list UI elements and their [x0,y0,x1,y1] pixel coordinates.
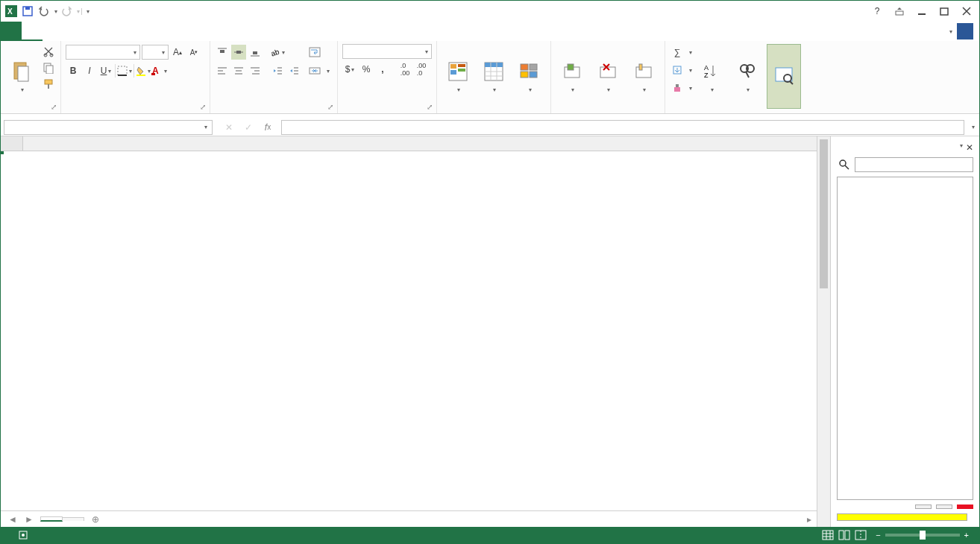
tab-home[interactable] [22,22,43,41]
alignment-launcher-icon[interactable]: ⤢ [325,101,336,112]
vertical-scrollbar[interactable] [817,136,830,527]
decrease-font-icon[interactable]: A▾ [186,45,201,60]
align-top-icon[interactable] [215,45,230,60]
search-icon[interactable] [837,157,852,172]
pane-list[interactable] [837,177,973,500]
rename-button[interactable] [936,505,952,509]
decrease-decimal-icon[interactable]: .00.0 [414,62,429,77]
font-launcher-icon[interactable]: ⤢ [198,101,208,112]
align-center-icon[interactable] [231,63,246,78]
view-normal-icon[interactable] [820,528,835,543]
get-full-version-button[interactable] [837,513,967,521]
format-cells-button[interactable]: ▾ [627,44,660,109]
expand-formula-icon[interactable]: ▾ [967,124,979,130]
sort-filter-button[interactable]: AZ▾ [695,44,728,109]
undo-dropdown-icon[interactable]: ▾ [53,8,57,15]
save-icon[interactable] [20,4,35,19]
zoom-control[interactable]: − + [876,531,973,540]
number-format-combo[interactable]: ▾ [342,44,432,59]
browser-free-button[interactable] [767,44,801,109]
autosum-button[interactable]: ∑▾ [670,44,692,60]
tab-page-layout[interactable] [63,22,84,41]
zoom-in-icon[interactable]: + [964,531,969,540]
clipboard-launcher-icon[interactable]: ⤢ [48,101,59,112]
align-middle-icon[interactable] [231,45,246,60]
currency-icon[interactable]: $▾ [342,62,357,77]
formula-input[interactable] [281,120,964,135]
align-left-icon[interactable] [215,63,230,78]
new-sheet-button[interactable]: ⊕ [84,514,107,525]
delete-button[interactable] [957,505,973,509]
view-page-break-icon[interactable] [853,528,868,543]
clear-button[interactable]: ▾ [670,80,692,96]
add-button[interactable] [915,505,932,509]
close-icon[interactable] [957,3,976,19]
account-menu[interactable]: ▾ [943,22,979,41]
comma-icon[interactable]: , [375,62,390,77]
copy-icon[interactable] [41,60,56,75]
undo-icon[interactable] [37,4,51,19]
tab-file[interactable] [1,22,22,41]
orientation-icon[interactable]: ab▾ [270,45,285,60]
sheet-tab[interactable] [62,517,84,521]
tab-data[interactable] [105,22,126,41]
tab-insert[interactable] [43,22,63,41]
number-launcher-icon[interactable]: ⤢ [424,101,435,112]
underline-icon[interactable]: U▾ [98,63,113,78]
tab-formulas[interactable] [84,22,105,41]
cell-styles-button[interactable]: ▾ [513,44,546,109]
delete-cells-button[interactable]: ▾ [591,44,624,109]
help-icon[interactable]: ? [867,3,887,19]
fill-button[interactable]: ▾ [670,62,692,78]
cancel-formula-icon[interactable]: ✕ [222,120,236,135]
insert-cells-button[interactable]: ▾ [556,44,588,109]
increase-indent-icon[interactable] [286,63,301,78]
increase-font-icon[interactable]: A▴ [170,45,185,60]
merge-center-button[interactable]: ▾ [304,63,333,79]
qat-customize-icon[interactable]: ▾ [81,8,89,15]
format-as-table-button[interactable]: ▾ [477,44,510,109]
conditional-formatting-button[interactable]: ▾ [442,44,474,109]
tab-addins[interactable] [168,22,189,41]
pane-search-input[interactable] [855,157,973,172]
paste-button[interactable]: ▾ [5,44,38,109]
pane-close-icon[interactable]: ✕ [966,142,973,153]
fx-icon[interactable]: fx [260,120,275,135]
view-page-layout-icon[interactable] [837,528,852,543]
sheet-nav-next-icon[interactable]: ► [22,512,37,527]
redo-icon[interactable] [59,4,74,19]
select-all-corner[interactable] [1,136,23,151]
macro-record-icon[interactable] [16,528,31,543]
font-name-combo[interactable]: ▾ [66,45,140,60]
redo-dropdown-icon[interactable]: ▾ [75,8,80,15]
wrap-text-button[interactable] [304,44,333,60]
minimize-icon[interactable] [912,3,932,19]
ribbon-options-icon[interactable] [890,3,909,19]
cut-icon[interactable] [41,44,56,59]
sheet-nav-prev-icon[interactable]: ◄ [5,512,20,527]
font-size-combo[interactable]: ▾ [142,45,169,60]
pane-menu-icon[interactable]: ▾ [958,142,963,153]
name-box[interactable]: ▾ [4,120,213,135]
italic-icon[interactable]: I [82,63,97,78]
maximize-icon[interactable] [935,3,954,19]
border-icon[interactable]: ▾ [117,63,132,78]
grid-body[interactable] [1,151,817,510]
decrease-indent-icon[interactable] [270,63,285,78]
fill-color-icon[interactable]: ▾ [136,63,151,78]
find-select-button[interactable]: ▾ [731,44,764,109]
percent-icon[interactable]: % [359,62,374,77]
tab-view[interactable] [147,22,168,41]
align-right-icon[interactable] [248,63,263,78]
zoom-slider[interactable] [885,534,960,537]
zoom-out-icon[interactable]: − [876,531,880,540]
font-color-icon[interactable]: A▾ [152,63,167,78]
tab-review[interactable] [126,22,147,41]
enter-formula-icon[interactable]: ✓ [241,120,256,135]
sheet-tab-active[interactable] [40,516,63,522]
bold-icon[interactable]: B [66,63,81,78]
hscroll-right-icon[interactable]: ▸ [802,512,817,527]
increase-decimal-icon[interactable]: .0.00 [398,62,412,77]
format-painter-icon[interactable] [41,77,56,92]
align-bottom-icon[interactable] [248,45,263,60]
